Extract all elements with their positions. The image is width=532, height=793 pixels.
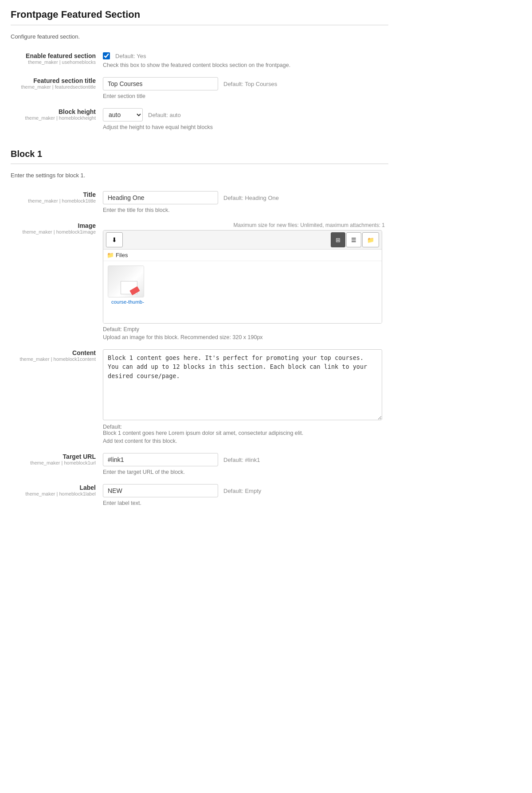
grid-icon: ⊞ <box>336 237 340 243</box>
enable-featured-label-cell: Enable featured section theme_maker | us… <box>11 48 99 73</box>
section-title-default: Default: Top Courses <box>223 81 277 87</box>
section-title-help: Enter section title <box>103 93 385 99</box>
block1-url-control: Default: #link1 Enter the target URL of … <box>99 449 388 480</box>
upload-button[interactable]: ⬇ <box>106 232 123 247</box>
section-title-key: theme_maker | featuredsectiontitle <box>14 84 96 90</box>
page-description: Configure featured section. <box>11 33 388 40</box>
block-height-label: Block height <box>14 108 96 115</box>
block1-title-input[interactable] <box>103 191 218 204</box>
file-item[interactable]: course-thumb- <box>108 266 148 305</box>
block-height-key: theme_maker | homeblockheight <box>14 115 96 121</box>
featured-settings-table: Enable featured section theme_maker | us… <box>11 48 388 135</box>
file-manager: ⬇ ⊞ ☰ 📁 <box>103 230 382 324</box>
block1-content-textarea[interactable]: Block 1 content goes here. It's perfect … <box>103 349 382 420</box>
block1-title-key: theme_maker | homeblock1title <box>14 198 96 203</box>
block1-url-input[interactable] <box>103 453 218 466</box>
section-title-row: Featured section title theme_maker | fea… <box>11 73 388 104</box>
block1-label-key: theme_maker | homeblock1label <box>14 491 96 496</box>
breadcrumb-label: Files <box>116 252 128 258</box>
section-title-label: Featured section title <box>14 77 96 84</box>
section-title-input[interactable] <box>103 77 218 90</box>
page-title: Frontpage Featured Section <box>11 9 388 20</box>
view-list-button[interactable]: ☰ <box>346 232 361 247</box>
breadcrumb-folder-icon: 📁 <box>107 252 114 258</box>
block1-content-control: Block 1 content goes here. It's perfect … <box>99 345 388 449</box>
block-height-select[interactable]: auto equal <box>103 108 143 121</box>
block1-image-label: Image <box>14 222 96 229</box>
block1-url-row: Target URL theme_maker | homeblock1url D… <box>11 449 388 480</box>
content-help: Add text content for this block. <box>103 438 385 444</box>
block1-image-key: theme_maker | homeblock1image <box>14 229 96 234</box>
block1-label-input[interactable] <box>103 484 218 497</box>
block1-content-label: Content <box>14 349 96 356</box>
block1-title: Block 1 <box>11 149 388 159</box>
block1-label-label-cell: Label theme_maker | homeblock1label <box>11 480 99 511</box>
file-grid: course-thumb- <box>103 261 382 323</box>
block1-title-row: Title theme_maker | homeblock1title Defa… <box>11 187 388 218</box>
block1-title-default: Default: Heading One <box>223 195 279 201</box>
block-height-default: Default: auto <box>148 112 181 118</box>
block1-divider <box>11 164 388 164</box>
upload-icon: ⬇ <box>112 236 117 243</box>
view-buttons: ⊞ ☰ 📁 <box>331 232 379 247</box>
folder-icon: 📁 <box>367 237 374 243</box>
view-folder-button[interactable]: 📁 <box>362 232 379 247</box>
block1-label-help: Enter label text. <box>103 500 385 506</box>
list-icon: ☰ <box>351 237 356 243</box>
view-grid-button[interactable]: ⊞ <box>331 232 345 247</box>
block1-title-label-cell: Title theme_maker | homeblock1title <box>11 187 99 218</box>
block1-url-help: Enter the target URL of the block. <box>103 469 385 475</box>
file-name: course-thumb- <box>108 299 148 305</box>
block1-label-label: Label <box>14 484 96 491</box>
block-height-help: Adjust the height to have equal height b… <box>103 124 385 130</box>
block1-url-default: Default: #link1 <box>223 457 260 463</box>
block1-intro: Enter the settings for block 1. <box>11 172 388 179</box>
image-help: Upload an image for this block. Recommen… <box>103 334 385 340</box>
file-thumbnail <box>108 266 144 297</box>
block1-url-key: theme_maker | homeblock1url <box>14 460 96 465</box>
file-thumb-image <box>108 266 144 297</box>
enable-featured-control: Default: Yes Check this box to show the … <box>99 48 388 73</box>
block-height-control: auto equal Default: auto Adjust the heig… <box>99 104 388 135</box>
file-breadcrumb: 📁 Files <box>103 250 382 261</box>
enable-featured-help: Check this box to show the featured cont… <box>103 62 385 68</box>
enable-featured-checkbox[interactable] <box>103 52 110 59</box>
block1-content-row: Content theme_maker | homeblock1content … <box>11 345 388 449</box>
block1-content-label-cell: Content theme_maker | homeblock1content <box>11 345 99 449</box>
content-default-value: Block 1 content goes here Lorem ipsum do… <box>103 430 303 436</box>
enable-featured-key: theme_maker | usehomeblocks <box>14 59 96 65</box>
block1-title-control: Default: Heading One Enter the title for… <box>99 187 388 218</box>
section-title-label-cell: Featured section title theme_maker | fea… <box>11 73 99 104</box>
block1-label-default: Default: Empty <box>223 488 261 494</box>
enable-featured-label: Enable featured section <box>14 52 96 59</box>
enable-featured-row: Enable featured section theme_maker | us… <box>11 48 388 73</box>
block1-image-label-cell: Image theme_maker | homeblock1image <box>11 218 99 345</box>
title-divider <box>11 25 388 25</box>
block-height-row: Block height theme_maker | homeblockheig… <box>11 104 388 135</box>
files-link[interactable]: 📁 Files <box>107 252 378 258</box>
block1-image-control: Maximum size for new files: Unlimited, m… <box>99 218 388 345</box>
block-height-label-cell: Block height theme_maker | homeblockheig… <box>11 104 99 135</box>
block1-title-help: Enter the title for this block. <box>103 207 385 213</box>
block1-title-label: Title <box>14 191 96 198</box>
block1-image-row: Image theme_maker | homeblock1image Maxi… <box>11 218 388 345</box>
block1-url-label: Target URL <box>14 453 96 460</box>
section-title-control: Default: Top Courses Enter section title <box>99 73 388 104</box>
block1-label-control: Default: Empty Enter label text. <box>99 480 388 511</box>
block1-label-row: Label theme_maker | homeblock1label Defa… <box>11 480 388 511</box>
content-default-label: Default: Block 1 content goes here Lorem… <box>103 424 385 436</box>
block1-url-label-cell: Target URL theme_maker | homeblock1url <box>11 449 99 480</box>
block1-content-key: theme_maker | homeblock1content <box>14 356 96 362</box>
file-manager-toolbar: ⬇ ⊞ ☰ 📁 <box>103 230 382 250</box>
max-size-info: Maximum size for new files: Unlimited, m… <box>103 222 385 228</box>
image-default-text: Default: Empty <box>103 326 385 332</box>
enable-featured-default: Default: Yes <box>115 53 146 59</box>
block1-settings-table: Title theme_maker | homeblock1title Defa… <box>11 187 388 511</box>
